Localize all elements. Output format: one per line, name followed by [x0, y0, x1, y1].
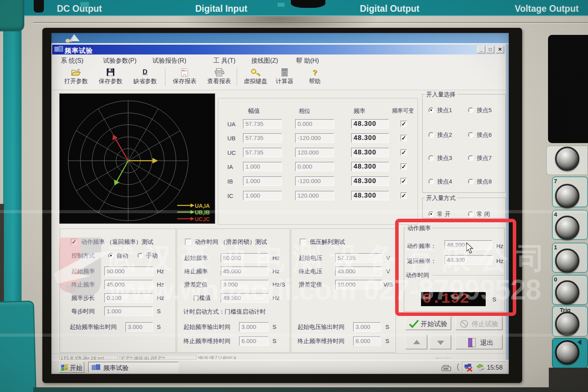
- svg-text:DLL: DLL: [182, 69, 187, 72]
- svg-text:UC,IC: UC,IC: [195, 216, 210, 222]
- svg-text:INT: INT: [481, 368, 484, 370]
- svg-text:UA,IA: UA,IA: [195, 203, 210, 209]
